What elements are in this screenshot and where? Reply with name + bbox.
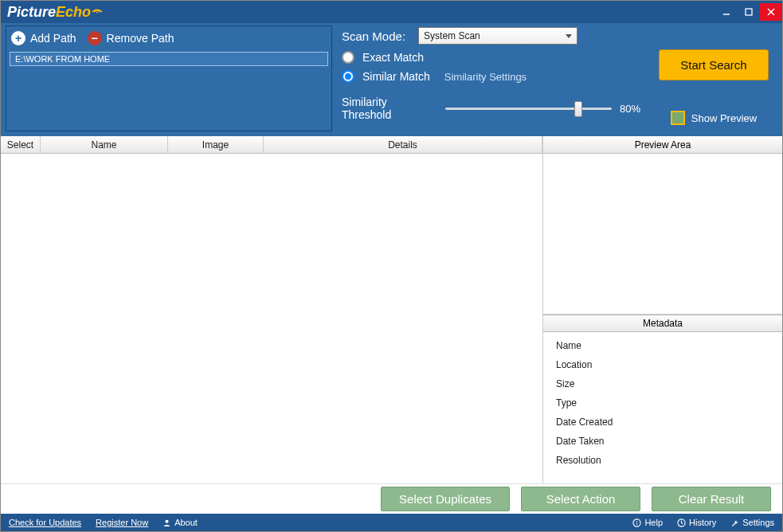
start-search-button[interactable]: Start Search (659, 49, 768, 80)
exact-match-radio[interactable]: Exact Match (342, 51, 640, 64)
meta-field-location: Location (556, 359, 769, 370)
app-logo: PictureEcho (7, 4, 103, 21)
slider-thumb[interactable] (574, 101, 582, 117)
person-icon (162, 518, 171, 527)
threshold-label: Similarity Threshold (342, 96, 437, 121)
similarity-settings-link[interactable]: Similarity Settings (444, 71, 527, 83)
results-columns: Select Name Image Details (1, 136, 542, 154)
app-window: PictureEcho + Add Path − Remove Path E:\… (0, 0, 783, 532)
config-right: Start Search Show Preview (650, 25, 777, 131)
svg-point-5 (166, 519, 169, 522)
meta-field-type: Type (556, 397, 769, 409)
config-panel: + Add Path − Remove Path E:\WORK FROM HO… (1, 23, 782, 136)
minimize-button[interactable] (715, 3, 738, 21)
scan-mode-label: Scan Mode: (342, 29, 405, 43)
add-path-label: Add Path (30, 32, 76, 45)
remove-path-button[interactable]: − Remove Path (88, 31, 174, 45)
main-body: Select Name Image Details Preview Area M… (1, 136, 782, 483)
select-action-button[interactable]: Select Action (521, 487, 640, 511)
add-path-button[interactable]: + Add Path (11, 31, 76, 45)
path-box: + Add Path − Remove Path E:\WORK FROM HO… (6, 25, 332, 131)
similar-match-label: Similar Match (362, 70, 430, 83)
results-panel: Select Name Image Details (1, 136, 543, 483)
col-details[interactable]: Details (264, 136, 542, 153)
remove-path-label: Remove Path (107, 32, 174, 45)
history-label: History (689, 518, 716, 527)
show-preview-label: Show Preview (691, 112, 757, 124)
info-icon: i (632, 518, 641, 527)
history-link[interactable]: History (677, 518, 716, 527)
radio-icon (342, 51, 354, 64)
close-button[interactable] (760, 3, 782, 21)
status-bar: Check for Updates Register Now About i H… (1, 514, 782, 531)
preview-panel: Preview Area Metadata Name Location Size… (543, 136, 782, 483)
bottom-actions: Select Duplicates Select Action Clear Re… (1, 483, 782, 514)
meta-field-date-created: Date Created (556, 417, 769, 428)
help-link[interactable]: i Help (632, 518, 663, 527)
logo-part1: Picture (7, 4, 56, 21)
maximize-button[interactable] (738, 3, 760, 21)
minus-icon: − (88, 31, 102, 45)
path-buttons: + Add Path − Remove Path (10, 29, 328, 47)
meta-field-size: Size (556, 378, 769, 389)
preview-area (543, 154, 782, 315)
help-label: Help (644, 518, 663, 527)
clear-result-button[interactable]: Clear Result (652, 487, 771, 511)
titlebar: PictureEcho (1, 1, 782, 23)
meta-field-resolution: Resolution (556, 455, 769, 466)
col-name[interactable]: Name (41, 136, 168, 153)
results-grid[interactable] (1, 154, 542, 483)
about-link[interactable]: About (162, 518, 198, 527)
register-link[interactable]: Register Now (96, 518, 148, 527)
about-label: About (174, 518, 198, 527)
show-preview-checkbox[interactable]: Show Preview (671, 111, 757, 125)
exact-match-label: Exact Match (362, 51, 424, 64)
select-duplicates-button[interactable]: Select Duplicates (381, 487, 510, 511)
radio-icon (342, 70, 354, 83)
metadata-body: Name Location Size Type Date Created Dat… (543, 332, 782, 483)
scan-options: Scan Mode: System Scan Exact Match Simil… (342, 25, 640, 131)
path-entry[interactable]: E:\WORK FROM HOME (10, 52, 328, 66)
scan-mode-value: System Scan (424, 30, 480, 41)
wifi-icon (92, 1, 103, 18)
clock-icon (677, 518, 686, 527)
svg-point-0 (96, 11, 98, 13)
preview-header: Preview Area (543, 136, 782, 154)
meta-field-date-taken: Date Taken (556, 436, 769, 447)
window-controls (715, 3, 782, 21)
scan-mode-dropdown[interactable]: System Scan (418, 27, 577, 45)
threshold-value: 80% (620, 103, 640, 115)
similar-match-radio[interactable]: Similar Match Similarity Settings (342, 70, 640, 83)
logo-part2: Echo (56, 4, 91, 21)
checkbox-icon (671, 111, 685, 125)
plus-icon: + (11, 31, 25, 45)
metadata-header: Metadata (543, 315, 782, 332)
slider-track (445, 108, 612, 110)
col-select[interactable]: Select (1, 136, 41, 153)
settings-link[interactable]: Settings (730, 518, 774, 527)
col-image[interactable]: Image (168, 136, 264, 153)
check-updates-link[interactable]: Check for Updates (9, 518, 81, 527)
wrench-icon (730, 518, 739, 527)
threshold-slider[interactable] (445, 101, 612, 115)
path-list[interactable]: E:\WORK FROM HOME (10, 52, 328, 127)
settings-label: Settings (742, 518, 774, 527)
meta-field-name: Name (556, 340, 769, 351)
svg-rect-2 (746, 9, 752, 15)
svg-text:i: i (636, 519, 638, 526)
